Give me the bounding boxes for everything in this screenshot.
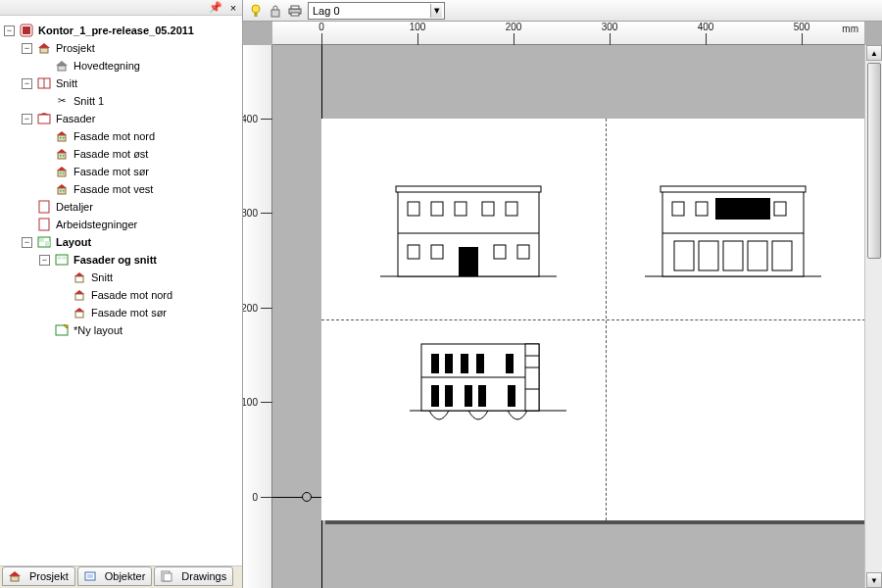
tree-label: Fasade mot sør [74, 163, 149, 180]
svg-rect-12 [60, 137, 62, 139]
layer-dropdown[interactable]: Lag 0 ▾ [308, 2, 445, 20]
collapse-icon[interactable]: − [22, 43, 32, 54]
collapse-icon[interactable]: − [39, 255, 50, 266]
close-icon[interactable]: × [226, 2, 240, 14]
tree-label: *Ny layout [74, 321, 122, 339]
spacer [22, 220, 32, 230]
svg-point-47 [252, 5, 260, 13]
elevation-folder-icon [36, 112, 52, 125]
elevation-icon [54, 182, 70, 196]
ruler-tick: 400 [698, 22, 714, 32]
tree-leaf-layout-fasade-nord[interactable]: Fasade mot nord [57, 286, 238, 304]
layout-item-icon [72, 288, 87, 302]
svg-rect-46 [164, 573, 172, 581]
svg-rect-37 [75, 294, 83, 300]
svg-rect-51 [291, 6, 299, 9]
project-tree[interactable]: − Kontor_1_pre-release_05.2011 − [0, 16, 242, 565]
tree-leaf-new-layout[interactable]: *Ny layout [39, 321, 238, 339]
tree-node-snitt[interactable]: − Snitt [22, 74, 238, 92]
svg-rect-35 [75, 276, 83, 282]
svg-marker-36 [74, 290, 84, 294]
spacer [39, 131, 50, 142]
tree-leaf-hovedtegning[interactable]: Hovedtegning [39, 57, 238, 74]
tree-node-fasader[interactable]: − Fasader [22, 110, 238, 127]
tree-leaf-fasade-ost[interactable]: Fasade mot øst [39, 145, 238, 163]
tab-label: Drawings [181, 570, 226, 582]
collapse-icon[interactable]: − [22, 78, 32, 89]
svg-marker-4 [56, 61, 68, 66]
origin-marker [302, 492, 312, 502]
svg-rect-17 [63, 155, 65, 157]
tab-objekter[interactable]: Objekter [77, 566, 153, 586]
scroll-down-button[interactable]: ▼ [866, 572, 882, 588]
panel-header: 📌 × [0, 0, 242, 16]
elevation-icon [54, 129, 70, 143]
svg-rect-19 [58, 171, 66, 176]
spacer [57, 290, 68, 301]
scroll-thumb[interactable] [867, 63, 881, 259]
ruler-tick: 200 [243, 303, 258, 314]
tree-leaf-fasade-vest[interactable]: Fasade mot vest [39, 180, 238, 198]
tree-leaf-fasade-sor[interactable]: Fasade mot sør [39, 163, 238, 180]
svg-marker-38 [74, 308, 84, 312]
ruler-vertical: 0 100 200 300 400 [243, 45, 272, 588]
spacer [57, 272, 68, 283]
svg-rect-30 [45, 241, 50, 246]
tree-root-project[interactable]: − Kontor_1_pre-release_05.2011 [4, 22, 238, 39]
print-icon[interactable] [288, 4, 302, 18]
tree-leaf-snitt1[interactable]: ✂ Snitt 1 [39, 92, 238, 110]
tree-label: Snitt [56, 74, 77, 92]
drawing-area: Lag 0 ▾ mm 0 100 200 300 400 500 0 100 2… [243, 0, 882, 588]
ruler-tick: 0 [252, 492, 258, 503]
elevation-icon [54, 147, 70, 161]
svg-rect-27 [39, 219, 49, 230]
project-icon [19, 24, 34, 37]
svg-marker-14 [57, 149, 67, 153]
svg-marker-10 [57, 131, 67, 135]
drawing-surface[interactable] [272, 45, 864, 588]
svg-rect-48 [255, 13, 258, 17]
svg-marker-2 [38, 43, 50, 48]
tree-node-detaljer[interactable]: Detaljer [22, 198, 238, 216]
svg-marker-34 [74, 272, 84, 276]
svg-marker-41 [9, 571, 21, 576]
tree-node-arbeidstegninger[interactable]: Arbeidstegninger [22, 216, 238, 233]
lock-icon[interactable] [269, 4, 282, 18]
lightbulb-icon[interactable] [249, 4, 263, 18]
svg-rect-15 [58, 153, 66, 159]
spacer [39, 96, 50, 107]
scroll-up-button[interactable]: ▲ [866, 45, 882, 61]
collapse-icon[interactable]: − [4, 25, 15, 36]
ruler-tick: 0 [318, 22, 324, 32]
tree-label: Hovedtegning [74, 57, 140, 74]
svg-rect-23 [58, 188, 66, 194]
tree-node-layout[interactable]: − Layout [22, 233, 238, 251]
tree-leaf-layout-snitt[interactable]: Snitt [57, 269, 238, 286]
tree-label: Snitt 1 [74, 92, 104, 110]
scrollbar-vertical[interactable]: ▲ ▼ [864, 45, 882, 588]
layout-sheet[interactable] [321, 119, 864, 520]
tree-node-fasader-og-snitt[interactable]: − Fasader og snitt [39, 251, 238, 269]
tree-label: Fasade mot øst [74, 145, 148, 163]
canvas-viewport[interactable]: mm 0 100 200 300 400 500 0 100 200 300 4… [243, 22, 882, 588]
ruler-tick: 400 [243, 114, 258, 124]
tab-prosjekt[interactable]: Prosjekt [2, 566, 75, 586]
svg-rect-13 [63, 137, 65, 139]
svg-rect-49 [271, 10, 279, 17]
tree-leaf-layout-fasade-sor[interactable]: Fasade mot sør [57, 304, 238, 321]
ruler-unit-label: mm [842, 24, 858, 34]
tree-node-prosjekt[interactable]: − Prosjekt [22, 39, 238, 57]
project-panel: 📌 × − Kontor_1_pre-release_05.2011 − [0, 0, 243, 588]
svg-rect-24 [60, 190, 62, 192]
svg-rect-26 [39, 201, 49, 213]
svg-rect-8 [38, 115, 50, 123]
svg-rect-3 [40, 48, 48, 53]
svg-rect-52 [291, 13, 299, 16]
pin-icon[interactable]: 📌 [209, 2, 222, 14]
collapse-icon[interactable]: − [22, 114, 32, 124]
spacer [39, 325, 50, 336]
tree-leaf-fasade-nord[interactable]: Fasade mot nord [39, 127, 238, 145]
elevation-icon [54, 165, 70, 178]
collapse-icon[interactable]: − [22, 237, 32, 248]
tab-drawings[interactable]: Drawings [154, 566, 233, 586]
